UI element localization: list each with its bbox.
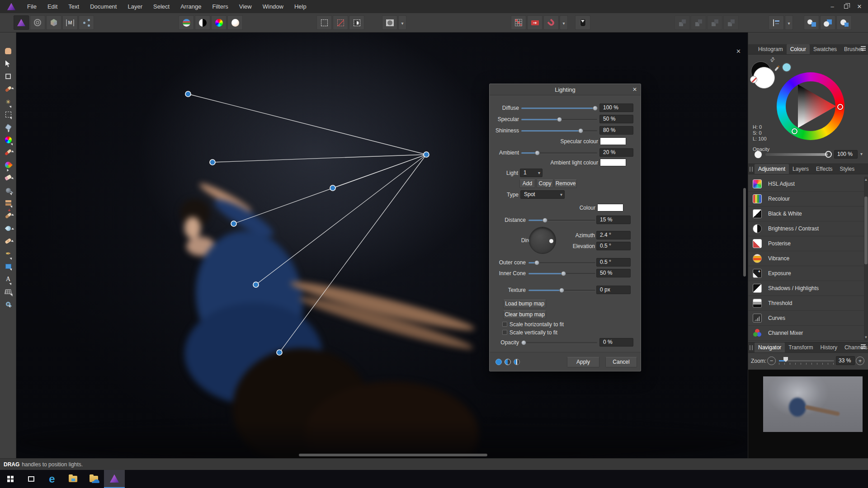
flood-fill-tool[interactable] (0, 121, 16, 133)
slider-thumb[interactable] (578, 128, 583, 133)
opacity-value[interactable]: 100 % (834, 150, 858, 159)
taskbar-task-view-button[interactable] (21, 470, 42, 488)
studio-tab-transform[interactable]: Transform (785, 343, 816, 352)
crop-tool[interactable] (0, 70, 16, 82)
scrollbar-thumb[interactable] (864, 197, 868, 264)
taskbar-onedrive-button[interactable] (83, 470, 104, 488)
slider-thumb[interactable] (521, 340, 526, 345)
deselect-button[interactable] (333, 15, 348, 30)
slider-value-field[interactable]: 80 % (599, 126, 633, 135)
slider-thumb[interactable] (557, 117, 562, 122)
menu-text[interactable]: Text (63, 1, 85, 12)
selection-brush-tool[interactable] (0, 83, 16, 95)
preview-full-icon[interactable] (495, 359, 502, 365)
scroll-down-icon[interactable]: ▼ (864, 335, 868, 339)
studio-tab-colour[interactable]: Colour (787, 44, 810, 54)
auto-colours-button[interactable] (211, 15, 226, 30)
cancel-button[interactable]: Cancel (605, 357, 637, 367)
adjustment-item-channelmixer[interactable]: Channel Mixer (748, 326, 868, 341)
opacity-slider[interactable] (765, 153, 828, 156)
studio-tab-layers[interactable]: Layers (789, 164, 812, 174)
quick-mask-button[interactable] (382, 15, 397, 30)
slider-track[interactable] (521, 130, 597, 131)
type-select[interactable]: Spot▾ (520, 190, 565, 199)
adjustment-item-shadows[interactable]: Shadows / Highlights (748, 281, 868, 296)
menu-document[interactable]: Document (85, 1, 122, 12)
azimuth-field[interactable]: 2.4 ° (596, 231, 631, 239)
slider-value-field[interactable]: 0 px (596, 286, 631, 294)
hue-marker[interactable] (837, 104, 843, 110)
panel-grip-icon[interactable] (750, 345, 753, 350)
assistant-button[interactable] (575, 15, 590, 30)
arrange-front-button[interactable] (723, 15, 739, 30)
slider-value-field[interactable]: 50 % (596, 269, 631, 277)
insert-inside-button[interactable] (836, 15, 852, 30)
add-light-button[interactable]: Add (519, 179, 535, 188)
adjustment-item-bw[interactable]: Black & White (748, 206, 868, 221)
studio-tab-brushes[interactable]: Brushes (840, 44, 868, 54)
slider-thumb[interactable] (561, 271, 566, 276)
adjustment-item-brightness[interactable]: Brightness / Contrast (748, 221, 868, 236)
adjustment-item-vibrance[interactable]: Vibrance (748, 251, 868, 266)
slider-value-field[interactable]: 100 % (599, 103, 633, 112)
studio-tab-channels[interactable]: Channels (841, 343, 868, 352)
studio-tab-history[interactable]: History (817, 343, 841, 352)
load-bump-map-button[interactable]: Load bump map (503, 300, 546, 308)
develop-persona-button[interactable] (46, 15, 61, 30)
restore-button[interactable] (839, 1, 853, 12)
dialog-close-icon[interactable]: ✕ (632, 86, 637, 93)
erase-tool[interactable] (0, 172, 16, 183)
studio-tab-navigator[interactable]: Navigator (755, 343, 785, 352)
picked-colour-swatch[interactable] (782, 62, 792, 72)
swap-colours-icon[interactable]: ⇄ (769, 55, 777, 64)
adjustment-item-curves[interactable]: Curves (748, 311, 868, 326)
close-button[interactable]: ✕ (853, 1, 866, 12)
view-close-icon[interactable]: ✕ (736, 48, 741, 55)
saturation-marker[interactable] (792, 128, 797, 134)
menu-file[interactable]: File (22, 1, 42, 12)
slider-track[interactable] (521, 342, 597, 343)
scale-horizontal-checkbox[interactable] (502, 322, 507, 327)
menu-window[interactable]: Window (257, 1, 289, 12)
alignment-button[interactable] (769, 15, 784, 30)
arrange-back-button[interactable] (675, 15, 690, 30)
blur-tool[interactable] (0, 222, 16, 234)
colour-picker-icon[interactable] (774, 65, 780, 71)
taskbar-start-button[interactable] (0, 470, 21, 488)
navigator-preview[interactable] (748, 370, 868, 459)
slider-track[interactable] (521, 119, 597, 120)
caret-button[interactable] (398, 15, 406, 30)
elevation-field[interactable]: 0.5 ° (596, 242, 631, 250)
menu-view[interactable]: View (234, 1, 257, 12)
light-colour-swatch[interactable] (597, 204, 623, 211)
slider-value-field[interactable]: 0.5 ° (596, 258, 631, 267)
menu-layer[interactable]: Layer (122, 1, 148, 12)
gradient-tool[interactable] (0, 134, 16, 145)
slider-thumb[interactable] (559, 288, 564, 293)
marquee-tool[interactable] (0, 108, 16, 120)
studio-tab-adjustment[interactable]: Adjustment (755, 164, 789, 174)
text-tool[interactable] (0, 273, 16, 285)
specular-colour-swatch[interactable] (600, 137, 626, 145)
horizontal-scrollbar[interactable] (299, 454, 487, 456)
pixel-grid-button[interactable] (511, 15, 526, 30)
snapping-magnet-button[interactable] (543, 15, 559, 30)
panel-menu-icon[interactable] (861, 346, 866, 347)
adjustment-item-hsl[interactable]: HSL Adjust (748, 177, 868, 192)
marquee-select-button[interactable] (316, 15, 332, 30)
minimize-button[interactable]: – (826, 1, 839, 12)
refine-selection-button[interactable] (349, 15, 364, 30)
view-tool[interactable] (0, 45, 16, 57)
opacity-slider-thumb[interactable] (825, 151, 832, 158)
slider-value-field[interactable]: 0 % (599, 338, 633, 347)
blemish-tool[interactable] (0, 235, 16, 247)
slider-value-field[interactable]: 15 % (596, 216, 631, 224)
mesh-warp-tool[interactable] (0, 286, 16, 297)
preview-split-icon[interactable] (505, 359, 511, 365)
slider-track[interactable] (528, 290, 595, 291)
adjustment-item-exposure[interactable]: Exposure (748, 266, 868, 281)
adjustment-item-posterise[interactable]: Posterise (748, 236, 868, 251)
slider-track[interactable] (521, 152, 597, 154)
taskbar-edge-button[interactable] (42, 470, 62, 488)
preview-mirror-icon[interactable] (514, 359, 520, 365)
